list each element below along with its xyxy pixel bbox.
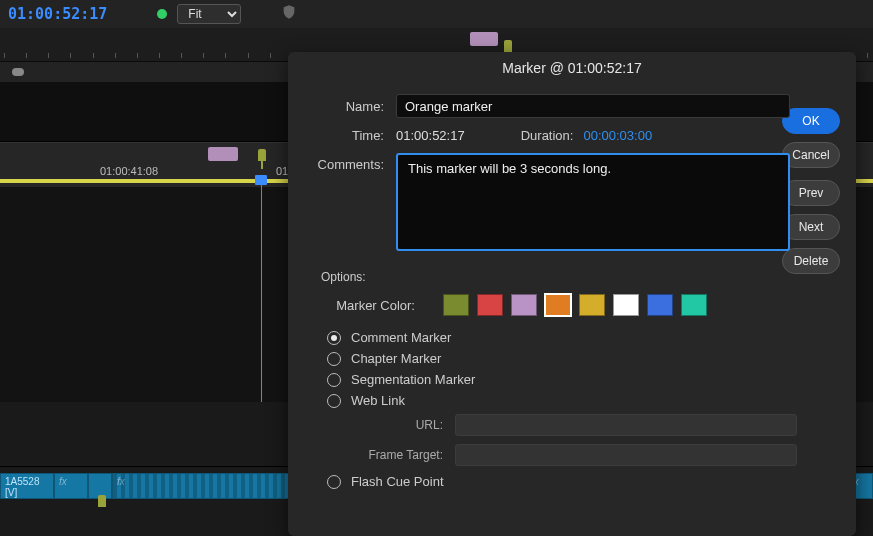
- video-clip[interactable]: fx: [112, 473, 290, 499]
- duration-label: Duration:: [521, 128, 574, 143]
- comments-label: Comments:: [308, 157, 384, 172]
- color-swatch-row: [443, 294, 707, 316]
- marker-type-radio[interactable]: Segmentation Marker: [327, 372, 829, 387]
- comments-textarea[interactable]: [396, 153, 790, 251]
- video-clip[interactable]: 1A5528 [V]: [0, 473, 54, 499]
- top-toolbar: 01:00:52:17 Fit: [0, 0, 873, 28]
- timeline-clip-overview: [208, 147, 238, 161]
- zoom-select[interactable]: Fit: [177, 4, 241, 24]
- marker-type-label: Web Link: [351, 393, 405, 408]
- playhead-line[interactable]: [261, 185, 262, 402]
- marker-type-radio[interactable]: Web Link: [327, 393, 829, 408]
- overview-marker: [504, 40, 512, 52]
- marker-type-radio-group: Comment MarkerChapter MarkerSegmentation…: [327, 330, 829, 408]
- name-label: Name:: [308, 99, 384, 114]
- duration-value[interactable]: 00:00:03:00: [583, 128, 652, 143]
- marker-dialog: Marker @ 01:00:52:17 OK Cancel Prev Next…: [288, 52, 856, 536]
- options-header: Options:: [321, 270, 829, 284]
- color-swatch[interactable]: [511, 294, 537, 316]
- marker-type-label: Segmentation Marker: [351, 372, 475, 387]
- scrollbar-thumb[interactable]: [12, 68, 24, 76]
- current-timecode: 01:00:52:17: [8, 5, 107, 23]
- color-swatch[interactable]: [681, 294, 707, 316]
- clip-waveform: [113, 474, 289, 498]
- ruler-time-label: 01:00:41:08: [100, 165, 158, 177]
- marker-type-label: Comment Marker: [351, 330, 451, 345]
- options-group: Options: Marker Color: Comment MarkerCha…: [308, 269, 836, 496]
- frame-target-label: Frame Target:: [357, 448, 443, 462]
- color-swatch[interactable]: [647, 294, 673, 316]
- color-swatch[interactable]: [443, 294, 469, 316]
- marker-name-input[interactable]: [396, 94, 790, 118]
- url-label: URL:: [357, 418, 443, 432]
- overview-clip: [470, 32, 498, 46]
- playhead-icon[interactable]: [255, 175, 267, 185]
- marker-type-label: Chapter Marker: [351, 351, 441, 366]
- color-swatch[interactable]: [579, 294, 605, 316]
- time-label: Time:: [308, 128, 384, 143]
- marker-type-radio[interactable]: Comment Marker: [327, 330, 829, 345]
- color-swatch[interactable]: [545, 294, 571, 316]
- shield-icon[interactable]: [281, 4, 297, 24]
- time-value[interactable]: 01:00:52:17: [396, 128, 465, 143]
- color-swatch[interactable]: [613, 294, 639, 316]
- flash-cue-point-radio[interactable]: Flash Cue Point: [327, 474, 829, 489]
- status-indicator-icon: [157, 9, 167, 19]
- marker-type-radio[interactable]: Chapter Marker: [327, 351, 829, 366]
- clip-label: 1A5528 [V]: [5, 476, 39, 498]
- marker-color-label: Marker Color:: [315, 298, 415, 313]
- dialog-title: Marker @ 01:00:52:17: [288, 52, 856, 84]
- track-marker-icon[interactable]: [98, 495, 106, 507]
- fx-badge: fx: [59, 476, 67, 487]
- url-input[interactable]: [455, 414, 797, 436]
- timeline-marker-icon[interactable]: [258, 149, 266, 161]
- color-swatch[interactable]: [477, 294, 503, 316]
- video-clip[interactable]: fx: [54, 473, 88, 499]
- frame-target-input[interactable]: [455, 444, 797, 466]
- flash-cue-point-label: Flash Cue Point: [351, 474, 444, 489]
